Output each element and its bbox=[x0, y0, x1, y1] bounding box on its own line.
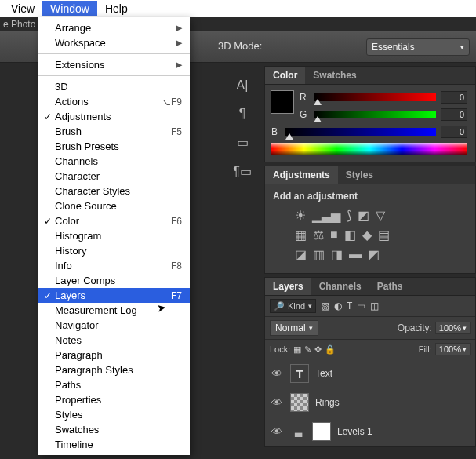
adjustment-icon: ▃ bbox=[290, 424, 306, 439]
green-label: G bbox=[300, 109, 309, 120]
tab-styles[interactable]: Styles bbox=[338, 166, 381, 184]
filter-shape-icon[interactable]: ▭ bbox=[357, 301, 365, 311]
menu-item-swatches[interactable]: Swatches bbox=[38, 422, 190, 437]
filter-adjust-icon[interactable]: ◐ bbox=[334, 301, 342, 311]
channel-mixer-icon[interactable]: ◆ bbox=[362, 228, 372, 242]
lock-position-icon[interactable]: ✥ bbox=[314, 344, 322, 355]
menu-view[interactable]: View bbox=[3, 1, 42, 16]
red-label: R bbox=[300, 92, 309, 103]
menu-item-character-styles[interactable]: Character Styles bbox=[38, 184, 190, 199]
paragraph-panel-icon[interactable]: ¶ bbox=[239, 107, 246, 121]
tab-layers[interactable]: Layers bbox=[265, 278, 311, 295]
menu-item-brush[interactable]: BrushF5 bbox=[38, 124, 190, 139]
layer-filter-dropdown[interactable]: 🔎 Kind ▾ bbox=[270, 299, 316, 313]
curves-icon[interactable]: ⟆ bbox=[347, 208, 351, 223]
character-panel-icon[interactable]: A| bbox=[237, 78, 249, 93]
opacity-field[interactable]: 100% ▾ bbox=[435, 322, 471, 334]
menu-window[interactable]: Window bbox=[42, 1, 97, 16]
tab-channels[interactable]: Channels bbox=[311, 278, 369, 295]
paragraph-styles-panel-icon[interactable]: ¶▭ bbox=[233, 164, 252, 179]
layer-row[interactable]: 👁TText bbox=[265, 359, 475, 388]
menu-item-history[interactable]: History bbox=[38, 243, 190, 258]
menu-item-layers[interactable]: ✓LayersF7 bbox=[38, 288, 190, 303]
menu-item-brush-presets[interactable]: Brush Presets bbox=[38, 139, 190, 154]
menu-item-color[interactable]: ✓ColorF6 bbox=[38, 213, 190, 228]
posterize-icon[interactable]: ▥ bbox=[313, 247, 325, 262]
filter-type-icon[interactable]: T bbox=[347, 301, 352, 311]
gradient-map-icon[interactable]: ▬ bbox=[349, 247, 362, 262]
lock-all-icon[interactable]: 🔒 bbox=[325, 344, 336, 355]
blend-mode-label: Normal bbox=[275, 322, 306, 333]
color-spectrum[interactable] bbox=[271, 143, 467, 155]
tab-color[interactable]: Color bbox=[265, 67, 305, 84]
check-icon: ✓ bbox=[42, 111, 53, 122]
menu-item-measurement-log[interactable]: Measurement Log bbox=[38, 303, 190, 318]
balance-icon[interactable]: ⚖ bbox=[313, 228, 324, 242]
threshold-icon[interactable]: ◨ bbox=[331, 247, 343, 262]
green-value[interactable]: 0 bbox=[441, 108, 467, 121]
layer-row[interactable]: 👁Rings bbox=[265, 388, 475, 417]
menu-item-extensions[interactable]: Extensions▶ bbox=[38, 57, 190, 72]
menu-item-label: Swatches bbox=[53, 424, 182, 435]
menu-item-styles[interactable]: Styles bbox=[38, 407, 190, 422]
hue-icon[interactable]: ▦ bbox=[295, 228, 307, 242]
menu-item-clone-source[interactable]: Clone Source bbox=[38, 199, 190, 213]
menu-item-workspace[interactable]: Workspace▶ bbox=[38, 35, 190, 50]
tab-swatches[interactable]: Swatches bbox=[305, 67, 364, 84]
tab-paths[interactable]: Paths bbox=[369, 278, 411, 295]
menu-item-paragraph[interactable]: Paragraph bbox=[38, 348, 190, 362]
blend-mode-dropdown[interactable]: Normal ▾ bbox=[270, 320, 318, 336]
menu-item-actions[interactable]: Actions⌥F9 bbox=[38, 94, 190, 109]
exposure-icon[interactable]: ◩ bbox=[358, 208, 369, 223]
red-slider[interactable] bbox=[314, 93, 436, 101]
menu-item-label: Navigator bbox=[53, 319, 182, 331]
layer-name: Text bbox=[315, 368, 332, 379]
layer-row[interactable]: 👁▃Levels 1 bbox=[265, 417, 475, 446]
submenu-arrow-icon: ▶ bbox=[176, 23, 182, 33]
visibility-icon[interactable]: 👁 bbox=[271, 396, 284, 409]
brightness-icon[interactable]: ☀ bbox=[295, 208, 306, 223]
lock-pixels-icon[interactable]: ✎ bbox=[304, 344, 311, 355]
lut-icon[interactable]: ▤ bbox=[378, 228, 390, 242]
fill-field[interactable]: 100% ▾ bbox=[435, 343, 471, 355]
tab-adjustments[interactable]: Adjustments bbox=[265, 166, 338, 184]
chevron-down-icon: ▾ bbox=[460, 43, 464, 51]
blue-value[interactable]: 0 bbox=[441, 126, 467, 138]
menu-accel: ⌥F9 bbox=[160, 97, 182, 107]
menu-item-label: Styles bbox=[53, 409, 182, 421]
lock-transparency-icon[interactable]: ▦ bbox=[293, 344, 301, 355]
bw-icon[interactable]: ■ bbox=[330, 228, 338, 242]
menu-item-histogram[interactable]: Histogram bbox=[38, 228, 190, 243]
menu-item-layer-comps[interactable]: Layer Comps bbox=[38, 273, 190, 288]
workspace-dropdown[interactable]: Essentials ▾ bbox=[366, 38, 470, 56]
menu-item-paragraph-styles[interactable]: Paragraph Styles bbox=[38, 362, 190, 377]
menu-item-channels[interactable]: Channels bbox=[38, 154, 190, 169]
menu-item-notes[interactable]: Notes bbox=[38, 333, 190, 348]
filter-pixel-icon[interactable]: ▧ bbox=[321, 301, 329, 311]
menu-item-3d[interactable]: 3D bbox=[38, 79, 190, 94]
visibility-icon[interactable]: 👁 bbox=[271, 367, 284, 380]
menu-item-arrange[interactable]: Arrange▶ bbox=[38, 20, 190, 35]
red-value[interactable]: 0 bbox=[441, 91, 467, 104]
foreground-swatch[interactable] bbox=[271, 91, 293, 113]
invert-icon[interactable]: ◪ bbox=[295, 247, 307, 262]
menu-item-navigator[interactable]: Navigator bbox=[38, 318, 190, 333]
levels-icon[interactable]: ▁▃▅ bbox=[312, 208, 340, 223]
vibrance-icon[interactable]: ▽ bbox=[376, 208, 385, 223]
photo-filter-icon[interactable]: ◧ bbox=[344, 228, 356, 242]
green-slider[interactable] bbox=[314, 111, 436, 118]
blue-slider[interactable] bbox=[285, 128, 436, 136]
styles-panel-icon[interactable]: ▭ bbox=[237, 135, 249, 150]
menu-item-adjustments[interactable]: ✓Adjustments bbox=[38, 109, 190, 124]
menu-item-properties[interactable]: Properties bbox=[38, 392, 190, 407]
selective-color-icon[interactable]: ◩ bbox=[368, 247, 380, 262]
menu-item-label: Arrange bbox=[53, 22, 176, 34]
filter-smart-icon[interactable]: ◫ bbox=[370, 301, 379, 311]
menu-item-info[interactable]: InfoF8 bbox=[38, 258, 190, 273]
menu-item-character[interactable]: Character bbox=[38, 169, 190, 184]
menu-help[interactable]: Help bbox=[97, 1, 136, 16]
menu-item-paths[interactable]: Paths bbox=[38, 377, 190, 392]
visibility-icon[interactable]: 👁 bbox=[271, 425, 284, 438]
menu-item-label: Workspace bbox=[53, 37, 176, 49]
menu-item-timeline[interactable]: Timeline bbox=[38, 437, 190, 452]
